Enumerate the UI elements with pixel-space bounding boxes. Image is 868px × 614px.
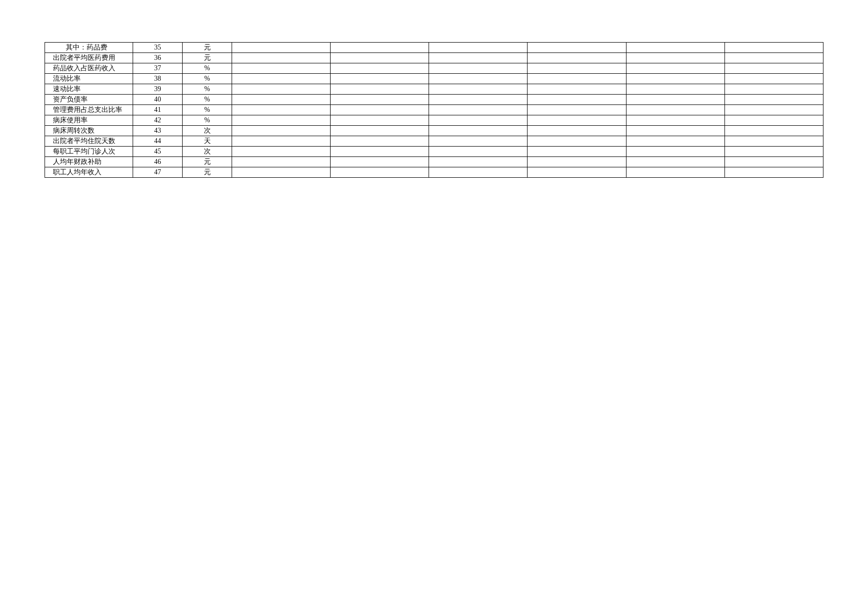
- table-row: 病床使用率42%: [45, 115, 823, 126]
- row-number: 44: [133, 136, 183, 147]
- data-cell: [429, 105, 528, 115]
- row-unit: %: [183, 74, 232, 84]
- row-name: 管理费用占总支出比率: [45, 105, 133, 115]
- data-cell: [429, 126, 528, 136]
- data-cell: [528, 147, 626, 157]
- table-row: 出院者平均住院天数44天: [45, 136, 823, 147]
- data-cell: [528, 167, 626, 178]
- data-cell: [429, 74, 528, 84]
- row-name: 人均年财政补助: [45, 157, 133, 167]
- table-row: 速动比率39%: [45, 84, 823, 95]
- data-cell: [626, 147, 724, 157]
- row-number: 43: [133, 126, 183, 136]
- row-number: 41: [133, 105, 183, 115]
- data-cell: [331, 167, 429, 178]
- table-row: 资产负债率40%: [45, 95, 823, 105]
- data-cell: [429, 115, 528, 126]
- data-cell: [528, 115, 626, 126]
- data-cell: [331, 147, 429, 157]
- row-name: 出院者平均住院天数: [45, 136, 133, 147]
- data-cell: [528, 136, 626, 147]
- data-cell: [232, 105, 331, 115]
- data-cell: [626, 74, 724, 84]
- data-cell: [232, 126, 331, 136]
- data-cell: [331, 136, 429, 147]
- row-number: 42: [133, 115, 183, 126]
- data-cell: [232, 157, 331, 167]
- data-cell: [528, 157, 626, 167]
- data-cell: [232, 53, 331, 63]
- row-name: 病床周转次数: [45, 126, 133, 136]
- row-name: 资产负债率: [45, 95, 133, 105]
- data-cell: [331, 53, 429, 63]
- row-number: 47: [133, 167, 183, 178]
- data-cell: [528, 84, 626, 95]
- row-name: 其中：药品费: [45, 43, 133, 53]
- data-cell: [331, 95, 429, 105]
- data-cell: [528, 63, 626, 74]
- data-cell: [724, 115, 823, 126]
- data-cell: [724, 126, 823, 136]
- data-cell: [232, 63, 331, 74]
- row-unit: 元: [183, 53, 232, 63]
- data-cell: [724, 167, 823, 178]
- data-cell: [429, 84, 528, 95]
- data-cell: [528, 53, 626, 63]
- table-row: 管理费用占总支出比率41%: [45, 105, 823, 115]
- data-cell: [626, 84, 724, 95]
- data-cell: [626, 105, 724, 115]
- data-cell: [724, 63, 823, 74]
- data-cell: [429, 167, 528, 178]
- row-number: 40: [133, 95, 183, 105]
- row-number: 36: [133, 53, 183, 63]
- data-cell: [626, 157, 724, 167]
- data-cell: [232, 43, 331, 53]
- data-cell: [331, 84, 429, 95]
- data-cell: [626, 136, 724, 147]
- row-number: 39: [133, 84, 183, 95]
- data-cell: [331, 157, 429, 167]
- row-unit: 次: [183, 147, 232, 157]
- data-cell: [331, 115, 429, 126]
- row-unit: %: [183, 84, 232, 95]
- data-cell: [429, 136, 528, 147]
- row-number: 45: [133, 147, 183, 157]
- data-cell: [724, 136, 823, 147]
- data-cell: [331, 74, 429, 84]
- data-cell: [724, 105, 823, 115]
- row-number: 35: [133, 43, 183, 53]
- data-cell: [429, 63, 528, 74]
- data-cell: [724, 157, 823, 167]
- data-cell: [232, 115, 331, 126]
- data-cell: [232, 95, 331, 105]
- data-cell: [331, 126, 429, 136]
- data-cell: [626, 63, 724, 74]
- table-body: 其中：药品费35元出院者平均医药费用36元药品收入占医药收入37%流动比率38%…: [45, 43, 823, 178]
- row-name: 流动比率: [45, 74, 133, 84]
- row-number: 46: [133, 157, 183, 167]
- data-cell: [724, 43, 823, 53]
- data-cell: [528, 95, 626, 105]
- row-unit: %: [183, 63, 232, 74]
- data-table: 其中：药品费35元出院者平均医药费用36元药品收入占医药收入37%流动比率38%…: [45, 42, 823, 178]
- data-cell: [528, 126, 626, 136]
- row-name: 病床使用率: [45, 115, 133, 126]
- data-cell: [626, 115, 724, 126]
- data-cell: [331, 43, 429, 53]
- data-cell: [331, 105, 429, 115]
- data-cell: [626, 95, 724, 105]
- row-unit: 天: [183, 136, 232, 147]
- data-cell: [232, 167, 331, 178]
- data-cell: [429, 157, 528, 167]
- data-cell: [232, 74, 331, 84]
- data-cell: [724, 84, 823, 95]
- table-row: 人均年财政补助46元: [45, 157, 823, 167]
- row-number: 38: [133, 74, 183, 84]
- row-unit: 元: [183, 43, 232, 53]
- row-unit: %: [183, 95, 232, 105]
- data-cell: [429, 53, 528, 63]
- data-cell: [528, 105, 626, 115]
- table-row: 药品收入占医药收入37%: [45, 63, 823, 74]
- data-cell: [232, 84, 331, 95]
- table-row: 流动比率38%: [45, 74, 823, 84]
